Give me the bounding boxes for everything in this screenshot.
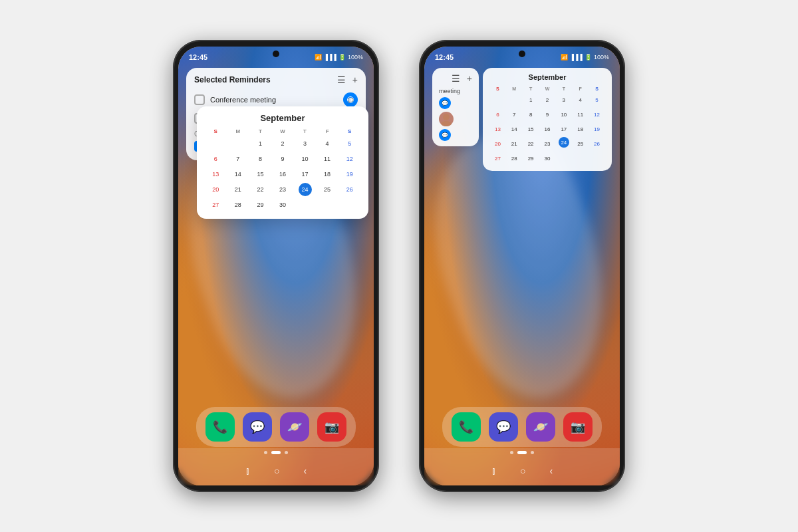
add-icon[interactable]: + bbox=[352, 74, 358, 85]
cal-22[interactable]: 22 bbox=[253, 183, 267, 196]
nav2-dot-1 bbox=[510, 451, 513, 454]
c2-14[interactable]: 14 bbox=[507, 122, 521, 136]
c2-15[interactable]: 15 bbox=[524, 122, 537, 136]
c2-4[interactable]: 4 bbox=[574, 93, 587, 106]
list-icon2[interactable]: ☰ bbox=[452, 73, 460, 84]
c2-28[interactable]: 28 bbox=[507, 152, 521, 165]
wifi-icon: 📶 bbox=[315, 54, 322, 61]
phone2-time: 12:45 bbox=[435, 53, 454, 61]
c2-3[interactable]: 3 bbox=[557, 93, 571, 106]
cal-19[interactable]: 19 bbox=[343, 168, 356, 181]
c2-16[interactable]: 16 bbox=[541, 122, 554, 136]
dock-camera1[interactable]: 📷 bbox=[317, 412, 346, 442]
c2-30[interactable]: 30 bbox=[541, 152, 554, 165]
cal-4[interactable]: 4 bbox=[321, 137, 334, 150]
meeting-label: meeting bbox=[439, 88, 472, 94]
cal-8[interactable]: 8 bbox=[253, 152, 267, 166]
nav-dot-3 bbox=[285, 451, 288, 454]
c2-21[interactable]: 21 bbox=[507, 137, 521, 150]
cal-15[interactable]: 15 bbox=[253, 168, 267, 181]
cal-5[interactable]: 5 bbox=[343, 137, 356, 150]
calendar-grid: S M T W T F S . . 1 2 3 4 5 6 bbox=[205, 127, 360, 212]
dock-browser1[interactable]: 🪐 bbox=[280, 412, 309, 442]
dock-browser2[interactable]: 🪐 bbox=[526, 412, 555, 442]
nav2-back[interactable]: ‹ bbox=[549, 466, 553, 476]
c2-1[interactable]: 1 bbox=[524, 93, 537, 106]
c2-2[interactable]: 2 bbox=[541, 93, 554, 106]
c2-26[interactable]: 26 bbox=[591, 137, 604, 150]
list-icon[interactable]: ☰ bbox=[337, 74, 346, 85]
cal-21[interactable]: 21 bbox=[231, 183, 245, 196]
c2-20[interactable]: 20 bbox=[491, 137, 504, 150]
c2-17[interactable]: 17 bbox=[557, 122, 571, 136]
phone2-widget-area: ☰ + meeting 💬 💬 bbox=[432, 68, 612, 171]
dock-phone1[interactable]: 📞 bbox=[205, 412, 235, 442]
nav-home[interactable]: ○ bbox=[274, 466, 279, 476]
c2-25[interactable]: 25 bbox=[574, 137, 587, 150]
cal-16[interactable]: 16 bbox=[276, 168, 289, 181]
cal-1[interactable]: 1 bbox=[253, 137, 267, 150]
dock-phone2[interactable]: 📞 bbox=[452, 412, 481, 442]
c2-29[interactable]: 29 bbox=[524, 152, 537, 165]
phone1-camera bbox=[273, 51, 279, 57]
cal-23[interactable]: 23 bbox=[276, 183, 289, 196]
c2-13[interactable]: 13 bbox=[491, 122, 504, 136]
c2-7[interactable]: 7 bbox=[507, 108, 521, 121]
cal-25[interactable]: 25 bbox=[321, 183, 334, 196]
cal-29[interactable]: 29 bbox=[253, 198, 267, 211]
cal-11[interactable]: 11 bbox=[321, 152, 334, 166]
phone1-nav-bar: ⫿ ○ ‹ bbox=[178, 448, 374, 485]
cal-26[interactable]: 26 bbox=[343, 183, 356, 196]
cal-6[interactable]: 6 bbox=[209, 152, 222, 166]
cal-30[interactable]: 30 bbox=[276, 198, 289, 211]
c2-11[interactable]: 11 bbox=[574, 108, 587, 121]
c2-5[interactable]: 5 bbox=[591, 93, 604, 106]
cal-13[interactable]: 13 bbox=[209, 168, 222, 181]
cal-27[interactable]: 27 bbox=[209, 198, 222, 211]
cal-e1 bbox=[299, 198, 312, 211]
c2-ee1 bbox=[557, 152, 571, 165]
c2-27[interactable]: 27 bbox=[491, 152, 504, 165]
cal-24[interactable]: 24 bbox=[299, 183, 312, 196]
calendar-popup: September S M T W T F S . . 1 2 3 4 bbox=[197, 106, 368, 219]
cal-18[interactable]: 18 bbox=[321, 168, 334, 181]
cal-14[interactable]: 14 bbox=[231, 168, 245, 181]
cal-3[interactable]: 3 bbox=[299, 137, 312, 150]
cal-10[interactable]: 10 bbox=[299, 152, 312, 166]
widget-title: Selected Reminders bbox=[194, 75, 271, 84]
cal-7[interactable]: 7 bbox=[231, 152, 245, 166]
phone1-body: 12:45 📶 ▐▐▐ 🔋 100% Selected Reminders ☰ bbox=[173, 40, 379, 492]
c2-8[interactable]: 8 bbox=[524, 108, 537, 121]
nav2-home[interactable]: ○ bbox=[520, 466, 525, 476]
nav-recent[interactable]: ⫿ bbox=[245, 466, 250, 476]
reminder-text-1: Conference meeting bbox=[210, 96, 338, 104]
c2-19[interactable]: 19 bbox=[591, 122, 604, 136]
cal-28[interactable]: 28 bbox=[231, 198, 245, 211]
c2-hdr-t2: T bbox=[555, 85, 572, 92]
c2-12[interactable]: 12 bbox=[591, 108, 604, 121]
cal-12[interactable]: 12 bbox=[343, 152, 356, 166]
phone1-nav-buttons: ⫿ ○ ‹ bbox=[245, 456, 307, 485]
cal-20[interactable]: 20 bbox=[209, 183, 222, 196]
nav-back[interactable]: ‹ bbox=[303, 466, 307, 476]
c2-22[interactable]: 22 bbox=[524, 137, 537, 150]
dock-camera2[interactable]: 📷 bbox=[563, 412, 593, 442]
widget2-actions[interactable]: ☰ + bbox=[439, 73, 472, 84]
c2-9[interactable]: 9 bbox=[541, 108, 554, 121]
c2-18[interactable]: 18 bbox=[574, 122, 587, 136]
dock-msg1[interactable]: 💬 bbox=[243, 412, 272, 442]
cal-9[interactable]: 9 bbox=[276, 152, 289, 166]
cal-2[interactable]: 2 bbox=[276, 137, 289, 150]
c2-e bbox=[491, 93, 504, 106]
cal-17[interactable]: 17 bbox=[299, 168, 312, 181]
c2-6[interactable]: 6 bbox=[491, 108, 504, 121]
widget-actions[interactable]: ☰ + bbox=[337, 74, 358, 85]
nav2-recent[interactable]: ⫿ bbox=[491, 466, 496, 476]
reminder-checkbox-1[interactable] bbox=[194, 94, 205, 105]
add-icon2[interactable]: + bbox=[467, 73, 472, 84]
c2-23[interactable]: 23 bbox=[541, 137, 554, 150]
calendar-month: September bbox=[205, 113, 360, 123]
c2-10[interactable]: 10 bbox=[557, 108, 571, 121]
c2-24[interactable]: 24 bbox=[559, 137, 569, 148]
dock-msg2[interactable]: 💬 bbox=[489, 412, 518, 442]
